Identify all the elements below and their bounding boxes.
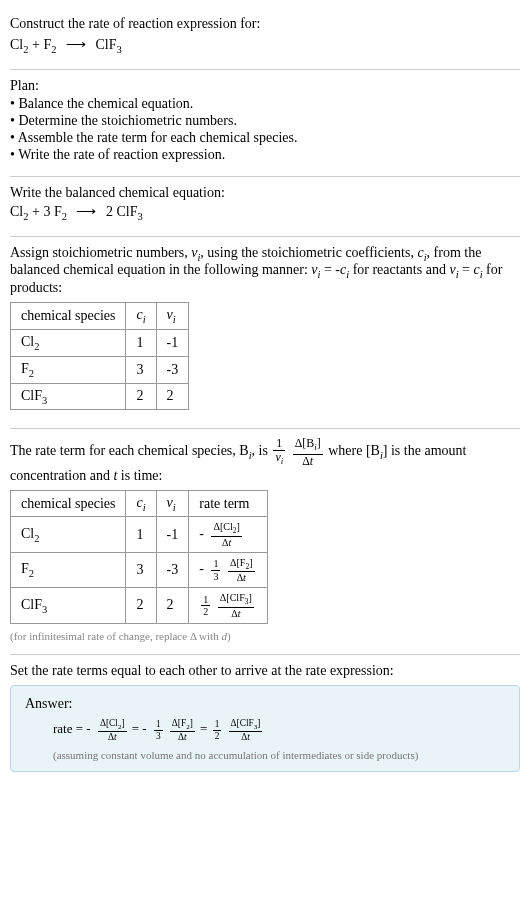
plan-item: • Determine the stoichiometric numbers. [10, 113, 520, 129]
balanced-title: Write the balanced chemical equation: [10, 185, 520, 201]
cell-nui: -1 [156, 517, 189, 552]
table-header-row: chemical species ci νi [11, 303, 189, 330]
fraction: 1 2 [201, 594, 210, 617]
fraction: 1 3 [154, 719, 163, 741]
cell-nui: -1 [156, 329, 189, 356]
cell-rate: - 1 3 Δ[F2] Δt [189, 552, 267, 587]
cell-nui: 2 [156, 588, 189, 623]
answer-note: (assuming constant volume and no accumul… [25, 749, 505, 761]
cell-rate: 1 2 Δ[ClF3] Δt [189, 588, 267, 623]
plan-item: • Assemble the rate term for each chemic… [10, 130, 520, 146]
cell-ci: 2 [126, 588, 156, 623]
fraction: Δ[Cl2] Δt [98, 718, 127, 743]
answer-label: Answer: [25, 696, 505, 712]
fraction: Δ[ClF3] Δt [218, 592, 254, 618]
rate-term-text: The rate term for each chemical species,… [10, 437, 520, 483]
cell-nui: -3 [156, 552, 189, 587]
stoich-table: chemical species ci νi Cl2 1 -1 F2 3 -3 … [10, 302, 189, 410]
col-species: chemical species [11, 303, 126, 330]
table-row: ClF3 2 2 1 2 Δ[ClF3] Δt [11, 588, 268, 623]
final-section: Set the rate terms equal to each other t… [10, 655, 520, 784]
table-header-row: chemical species ci νi rate term [11, 490, 268, 517]
table-row: Cl2 1 -1 - Δ[Cl2] Δt [11, 517, 268, 552]
intro-equation: Cl2 + F2 ⟶ ClF3 [10, 36, 520, 55]
col-ci: ci [126, 303, 156, 330]
answer-box: Answer: rate = - Δ[Cl2] Δt = - 1 3 Δ[F2]… [10, 685, 520, 772]
rate-term-section: The rate term for each chemical species,… [10, 429, 520, 654]
rate-term-footnote: (for infinitesimal rate of change, repla… [10, 630, 520, 642]
arrow-icon: ⟶ [76, 203, 96, 220]
intro-prompt: Construct the rate of reaction expressio… [10, 16, 520, 32]
final-title: Set the rate terms equal to each other t… [10, 663, 520, 679]
cell-nui: 2 [156, 383, 189, 410]
cell-ci: 3 [126, 552, 156, 587]
plan-section: Plan: • Balance the chemical equation. •… [10, 70, 520, 177]
fraction: Δ[F2] Δt [170, 718, 195, 743]
cell-species: ClF3 [11, 383, 126, 410]
intro-section: Construct the rate of reaction expressio… [10, 8, 520, 70]
answer-expression: rate = - Δ[Cl2] Δt = - 1 3 Δ[F2] Δt = 1 … [25, 718, 505, 743]
fraction: Δ[Cl2] Δt [211, 521, 242, 547]
table-row: F2 3 -3 [11, 356, 189, 383]
table-row: F2 3 -3 - 1 3 Δ[F2] Δt [11, 552, 268, 587]
species-cl2: Cl2 [10, 37, 28, 52]
plan-list: • Balance the chemical equation. • Deter… [10, 96, 520, 163]
cell-ci: 1 [126, 517, 156, 552]
cell-ci: 1 [126, 329, 156, 356]
col-nui: νi [156, 490, 189, 517]
species-clf3: ClF3 [116, 204, 142, 219]
arrow-icon: ⟶ [66, 36, 86, 53]
fraction: Δ[F2] Δt [228, 557, 255, 583]
fraction: 1 νi [273, 437, 285, 467]
cell-species: F2 [11, 356, 126, 383]
plan-title: Plan: [10, 78, 520, 94]
cell-ci: 3 [126, 356, 156, 383]
species-f2: F2 [43, 37, 56, 52]
col-ci: ci [126, 490, 156, 517]
plan-item: • Balance the chemical equation. [10, 96, 520, 112]
plan-item: • Write the rate of reaction expression. [10, 147, 520, 163]
stoich-section: Assign stoichiometric numbers, νi, using… [10, 237, 520, 430]
cell-species: F2 [11, 552, 126, 587]
stoich-text: Assign stoichiometric numbers, νi, using… [10, 245, 520, 297]
table-row: ClF3 2 2 [11, 383, 189, 410]
cell-ci: 2 [126, 383, 156, 410]
cell-species: Cl2 [11, 517, 126, 552]
balanced-equation: Cl2 + 3 F2 ⟶ 2 ClF3 [10, 203, 520, 222]
col-nui: νi [156, 303, 189, 330]
col-rate: rate term [189, 490, 267, 517]
rate-term-table: chemical species ci νi rate term Cl2 1 -… [10, 490, 268, 624]
species-cl2: Cl2 [10, 204, 28, 219]
balanced-section: Write the balanced chemical equation: Cl… [10, 177, 520, 237]
species-f2: F2 [54, 204, 67, 219]
cell-rate: - Δ[Cl2] Δt [189, 517, 267, 552]
fraction: 1 2 [213, 719, 222, 741]
cell-species: ClF3 [11, 588, 126, 623]
fraction: Δ[ClF3] Δt [229, 718, 263, 743]
cell-nui: -3 [156, 356, 189, 383]
table-row: Cl2 1 -1 [11, 329, 189, 356]
fraction: 1 3 [211, 558, 220, 581]
species-clf3: ClF3 [95, 37, 121, 52]
cell-species: Cl2 [11, 329, 126, 356]
col-species: chemical species [11, 490, 126, 517]
fraction: Δ[Bi] Δt [293, 437, 323, 467]
